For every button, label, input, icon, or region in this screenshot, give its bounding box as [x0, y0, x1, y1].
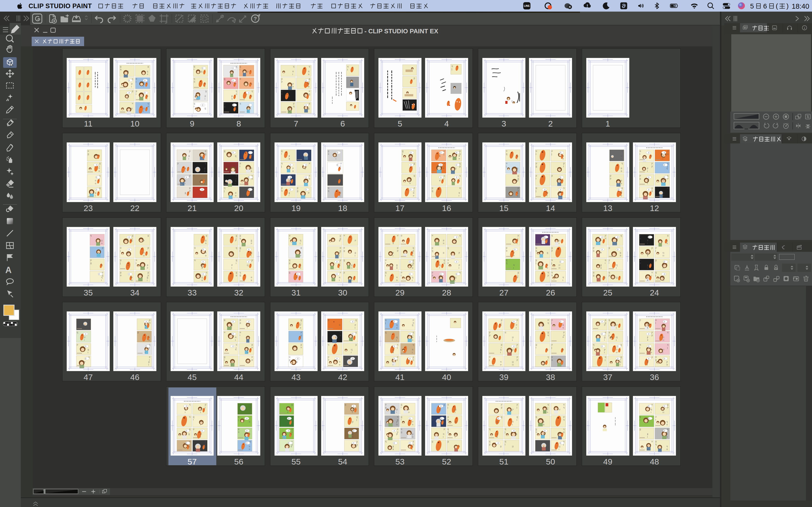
svg-text:?: ? — [254, 16, 257, 22]
svg-text:LINE: LINE — [524, 4, 530, 7]
